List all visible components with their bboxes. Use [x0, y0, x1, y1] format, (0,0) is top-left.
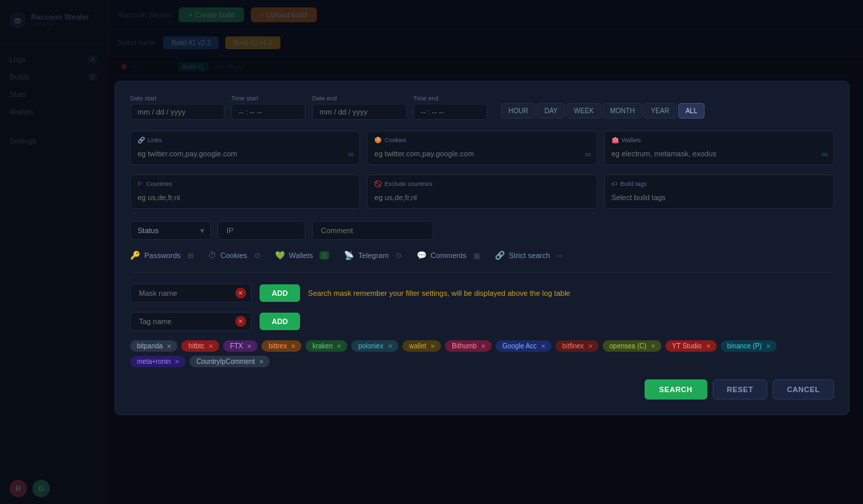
tag-remove-bitfinex[interactable]: ✕: [588, 343, 593, 350]
mask-row: ✕ ADD Search mask remember your filter s…: [130, 284, 834, 303]
cookies-toggle-icon: ⊙: [254, 251, 260, 260]
time-end-input[interactable]: [413, 104, 487, 120]
date-start-group: Date start: [130, 95, 225, 120]
wallets-icon: ∞: [822, 149, 828, 159]
mask-input-wrapper: ✕: [130, 284, 251, 303]
tag-remove-yt-studio[interactable]: ✕: [706, 343, 711, 350]
tag-name-input[interactable]: [130, 312, 251, 331]
tag-chip-bittrex[interactable]: bittrex ✕: [262, 340, 301, 352]
comment-input[interactable]: [312, 221, 434, 240]
passwords-toggle-icon: ⊞: [187, 251, 194, 260]
exclude-countries-field: 🚫 Exclude countries: [367, 175, 597, 209]
ip-input[interactable]: [218, 221, 305, 240]
tag-remove-ftx[interactable]: ✕: [247, 343, 252, 350]
comments-toggle-icon: ▦: [473, 251, 480, 260]
toggle-comments[interactable]: 💬 Comments ▦: [417, 251, 480, 260]
telegram-label: Telegram: [358, 251, 388, 259]
tag-remove-country-ip[interactable]: ✕: [259, 358, 264, 365]
countries-field: 🏳 Countries: [130, 175, 360, 209]
tag-chip-yt-studio[interactable]: YT Studio ✕: [665, 340, 717, 352]
tag-remove-bithumb[interactable]: ✕: [481, 343, 486, 350]
toggle-passwords[interactable]: 🔑 Passwords ⊞: [130, 251, 194, 260]
mask-name-input[interactable]: [130, 284, 251, 303]
tag-chip-bitfinex[interactable]: bitfinex ✕: [556, 340, 599, 352]
toggle-cookies[interactable]: ⏱ Cookies ⊙: [208, 251, 260, 260]
filter-modal: Date start Time start Date end Time end …: [115, 81, 850, 415]
build-tags-field: 🏷 Build tags: [604, 175, 834, 209]
exclude-countries-input[interactable]: [374, 193, 589, 201]
cookies-input[interactable]: [374, 150, 589, 158]
exclude-countries-label: 🚫 Exclude countries: [374, 181, 589, 187]
toggle-strict-search[interactable]: 🔗 Strict search ∞: [495, 251, 562, 260]
tag-remove-google-acc[interactable]: ✕: [541, 343, 546, 350]
tag-chip-opensea[interactable]: opensea (C) ✕: [603, 340, 661, 352]
date-end-input[interactable]: [312, 104, 407, 120]
passwords-label: Passwords: [144, 251, 181, 259]
tag-chip-kraken[interactable]: kraken ✕: [305, 340, 347, 352]
status-select-wrapper: Status New In progress Done ▼: [130, 221, 211, 240]
countries-input[interactable]: [138, 193, 353, 201]
time-period-buttons: HOUR DAY WEEK MONTH YEAR ALL: [501, 103, 705, 119]
mask-clear-badge[interactable]: ✕: [235, 288, 246, 298]
wallets-toggle-label: Wallets: [289, 251, 314, 259]
tag-add-button[interactable]: ADD: [260, 313, 300, 330]
tag-remove-bitpanda[interactable]: ✕: [167, 343, 172, 350]
tag-chip-country-ip[interactable]: CountryIpComment ✕: [189, 356, 270, 367]
time-btn-year[interactable]: YEAR: [643, 103, 676, 119]
tag-chip-wallet[interactable]: wallet ✕: [403, 340, 442, 352]
date-start-input[interactable]: [130, 104, 225, 120]
search-button[interactable]: SEARCH: [645, 379, 707, 400]
datetime-row: Date start Time start Date end Time end …: [130, 95, 834, 120]
tag-chip-poloniex[interactable]: poloniex ✕: [351, 340, 398, 352]
build-tags-label: 🏷 Build tags: [612, 181, 827, 187]
build-tags-input[interactable]: [612, 193, 827, 201]
cookies-icon: ⏱: [208, 251, 216, 260]
tag-remove-poloniex[interactable]: ✕: [388, 343, 393, 350]
links-input[interactable]: [138, 150, 353, 158]
time-btn-month[interactable]: MONTH: [603, 103, 643, 119]
tag-chip-bitpanda[interactable]: bitpanda ✕: [130, 340, 177, 352]
tag-chip-bithumb[interactable]: Bithumb ✕: [445, 340, 492, 352]
time-start-group: Time start: [231, 95, 305, 120]
tag-clear-badge[interactable]: ✕: [235, 316, 246, 327]
tag-remove-hitbtc[interactable]: ✕: [208, 343, 214, 350]
cancel-button[interactable]: CANCEL: [773, 379, 834, 400]
countries-label: 🏳 Countries: [138, 181, 353, 187]
tag-chip-meta-ronin[interactable]: meta+ronin ✕: [130, 356, 185, 367]
tag-remove-opensea[interactable]: ✕: [651, 343, 656, 350]
tag-chip-binance[interactable]: binance (P) ✕: [721, 340, 777, 352]
cookies-field: 🍪 Cookies ∞: [367, 131, 597, 165]
date-start-label: Date start: [130, 95, 225, 102]
tag-remove-kraken[interactable]: ✕: [336, 343, 342, 350]
tag-chip-google-acc[interactable]: Google Acc ✕: [496, 340, 552, 352]
wallets-label: 👛 Wallets: [612, 137, 827, 144]
time-end-label: Time end: [413, 95, 487, 102]
toggle-wallets[interactable]: 💚 Wallets 6: [275, 251, 330, 260]
links-icon: ∞: [348, 149, 354, 159]
tag-remove-meta-ronin[interactable]: ✕: [175, 358, 180, 365]
date-end-group: Date end: [312, 95, 407, 120]
wallets-field: 👛 Wallets ∞: [604, 131, 834, 165]
tag-input-wrapper: ✕: [130, 312, 251, 331]
time-btn-week[interactable]: WEEK: [566, 103, 601, 119]
tag-remove-bittrex[interactable]: ✕: [291, 343, 296, 350]
time-btn-all[interactable]: ALL: [678, 103, 705, 119]
strict-search-label: Strict search: [509, 251, 550, 259]
tag-chip-hitbtc[interactable]: hitbtc ✕: [181, 340, 219, 352]
tag-remove-wallet[interactable]: ✕: [430, 343, 436, 350]
time-btn-hour[interactable]: HOUR: [501, 103, 535, 119]
tag-remove-binance[interactable]: ✕: [766, 343, 771, 350]
wallets-input[interactable]: [612, 150, 827, 158]
reset-button[interactable]: RESET: [713, 379, 767, 400]
time-btn-day[interactable]: DAY: [537, 103, 565, 119]
toggle-telegram[interactable]: 📡 Telegram ⊙: [344, 251, 401, 260]
mask-add-button[interactable]: ADD: [260, 284, 300, 302]
time-start-input[interactable]: [231, 104, 305, 120]
comments-icon: 💬: [417, 251, 427, 260]
tag-row: ✕ ADD: [130, 312, 834, 331]
links-label: 🔗 Links: [138, 137, 353, 144]
toggle-row: 🔑 Passwords ⊞ ⏱ Cookies ⊙ 💚 Wallets 6 📡 …: [130, 251, 834, 273]
status-select[interactable]: Status New In progress Done: [130, 221, 211, 240]
wallets-toggle-icon: 💚: [275, 251, 285, 260]
tag-chip-ftx[interactable]: FTX ✕: [223, 340, 258, 352]
